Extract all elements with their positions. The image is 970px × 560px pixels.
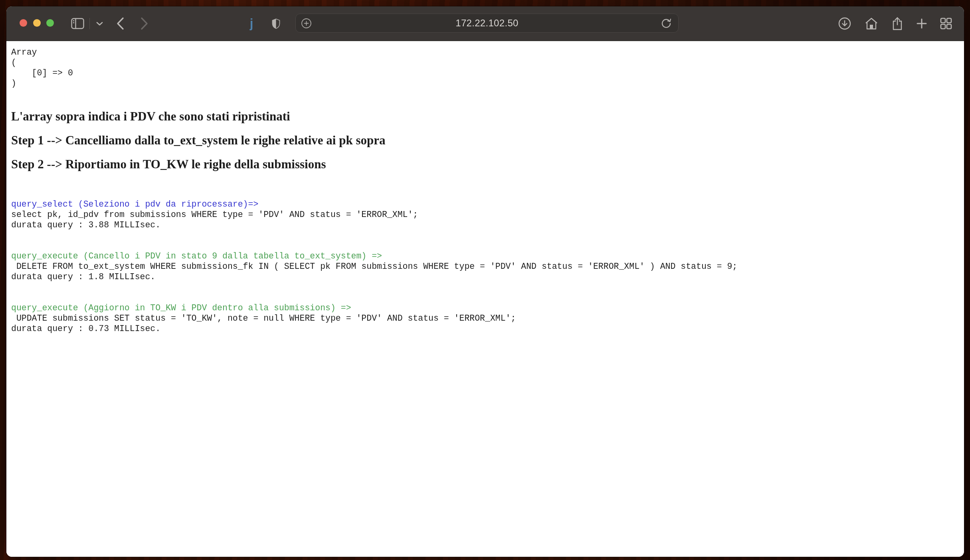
home-icon	[864, 17, 879, 30]
heading-array-info: L'array sopra indica i PDV che sono stat…	[11, 109, 956, 124]
forward-icon	[141, 17, 148, 30]
heading-step-2: Step 2 --> Riportiamo in TO_KW le righe …	[11, 157, 956, 172]
query-sql: UPDATE submissions SET status = 'TO_KW',…	[11, 313, 956, 323]
query-label: query_execute (Cancello i PDV in stato 9…	[11, 251, 956, 261]
heading-step-1: Step 1 --> Cancelliamo dalla to_ext_syst…	[11, 133, 956, 148]
sidebar-icon	[71, 18, 84, 29]
home-button[interactable]	[864, 6, 879, 41]
browser-toolbar: j 172.22.102.50	[6, 6, 964, 41]
query-label: query_execute (Aggiorno in TO_KW i PDV d…	[11, 303, 956, 313]
sidebar-chevron-button[interactable]	[93, 6, 105, 41]
query-block-delete: query_execute (Cancello i PDV in stato 9…	[11, 251, 956, 282]
new-tab-button[interactable]	[915, 6, 928, 41]
sidebar-toggle-button[interactable]	[70, 6, 85, 41]
window-minimize-button[interactable]	[33, 19, 41, 27]
tab-overview-button[interactable]	[939, 6, 953, 41]
query-block-select: query_select (Seleziono i pdv da riproce…	[11, 199, 956, 230]
extension-j-button[interactable]: j	[245, 6, 258, 41]
back-icon	[117, 17, 124, 30]
extension-j-icon: j	[250, 16, 253, 31]
forward-button[interactable]	[137, 6, 151, 41]
query-block-update: query_execute (Aggiorno in TO_KW i PDV d…	[11, 303, 956, 334]
refresh-button[interactable]	[661, 18, 671, 29]
share-icon	[892, 17, 903, 30]
url-text: 172.22.102.50	[296, 18, 678, 29]
query-duration: durata query : 3.88 MILLIsec.	[11, 220, 956, 230]
query-duration: durata query : 1.8 MILLIsec.	[11, 272, 956, 282]
address-bar[interactable]: 172.22.102.50	[295, 14, 679, 33]
chevron-down-icon	[96, 22, 103, 26]
query-log: query_select (Seleziono i pdv da riproce…	[11, 199, 956, 334]
new-tab-plus-icon	[916, 18, 927, 29]
downloads-icon	[838, 17, 851, 30]
share-button[interactable]	[890, 6, 905, 41]
query-duration: durata query : 0.73 MILLIsec.	[11, 323, 956, 334]
content-blocker-button[interactable]	[269, 6, 283, 41]
browser-window: j 172.22.102.50	[6, 6, 964, 557]
shield-icon	[272, 18, 280, 29]
toolbar-divider	[89, 18, 90, 29]
back-button[interactable]	[113, 6, 127, 41]
downloads-button[interactable]	[837, 6, 852, 41]
query-sql: select pk, id_pdv from submissions WHERE…	[11, 209, 956, 220]
query-sql: DELETE FROM to_ext_system WHERE submissi…	[11, 261, 956, 272]
php-array-dump: Array ( [0] => 0 )	[11, 47, 956, 89]
tab-overview-icon	[940, 18, 952, 30]
query-label: query_select (Seleziono i pdv da riproce…	[11, 199, 956, 209]
web-page-content: Array ( [0] => 0 ) L'array sopra indica …	[6, 41, 964, 557]
window-close-button[interactable]	[20, 19, 27, 27]
window-maximize-button[interactable]	[46, 19, 54, 27]
